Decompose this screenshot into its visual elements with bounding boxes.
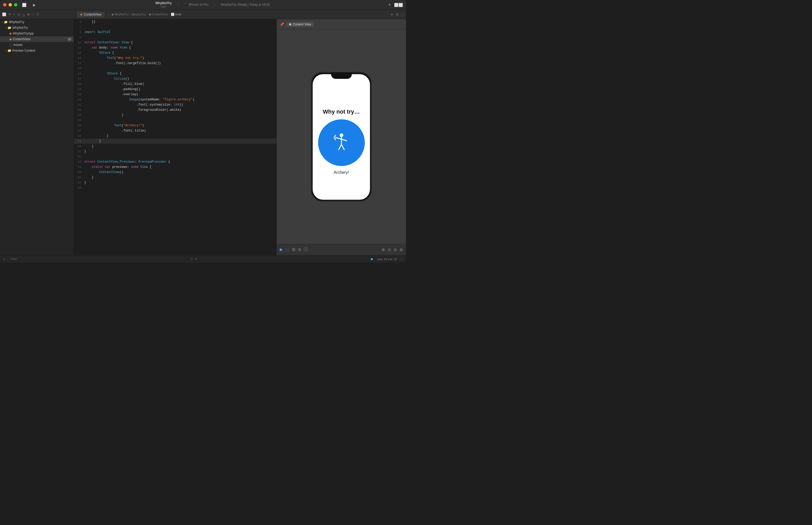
info-icon[interactable]: □ [32, 13, 34, 16]
comment-icon[interactable]: 🗨 [36, 13, 39, 16]
code-line-28: 28 } [74, 133, 276, 138]
pin-icon[interactable]: 📌 [280, 22, 284, 27]
toolbar-left: ⬜ ✕ + ⊙ △ ⊗ □ 🗨 [2, 13, 76, 16]
breadcrumb-item-2[interactable]: ◆ ContentView [149, 13, 168, 16]
preview-panel: 📌 ▣ Content View Why not try… [276, 19, 406, 255]
phone-title-text: Why not try… [323, 108, 360, 115]
swift-file-icon: ◆ [80, 13, 82, 16]
device-preview-icon[interactable]: ⬚ [286, 247, 289, 252]
color-preview-icon[interactable]: ⊜ [298, 247, 301, 252]
code-line-15: 15 [74, 66, 276, 71]
filter-icon[interactable]: ⊙ [17, 13, 20, 16]
zoom-reset-icon[interactable]: ⊗ [399, 247, 403, 252]
toolbar-right-icons: ⇔ ☰ ⬚ [391, 13, 404, 16]
chevron-down-icon: ▾ [6, 27, 7, 29]
breadcrumb-item-1[interactable]: WhyNotTry [132, 13, 146, 16]
stop-icon[interactable]: ✕ [8, 13, 11, 16]
code-line-31: 31 } [74, 149, 276, 154]
breadcrumb-item-3[interactable]: ⬜ body [171, 13, 182, 16]
warning-icon[interactable]: △ [22, 13, 25, 16]
device-selector[interactable]: 📱 iPhone 14 Pro [184, 3, 209, 6]
info-preview-icon[interactable]: ⓘ [304, 247, 308, 252]
breadcrumb-forward[interactable]: › [110, 13, 111, 16]
file-tab-contentview[interactable]: ◆ ContentView [77, 12, 105, 17]
breadcrumb-item-0[interactable]: ◆ WhyNotTry [111, 13, 128, 16]
assets-icon: ⬚ [9, 43, 12, 47]
code-line-36: 36 } [74, 175, 276, 180]
sidebar-item-app[interactable]: ◆ WhyNotTryApp [0, 31, 74, 36]
sidebar-label-assets: Assets [13, 43, 22, 47]
editor-settings-icon[interactable]: ⬚ [400, 257, 403, 261]
folder-icon: 📁 [7, 49, 11, 52]
sidebar-item-whynottry[interactable]: ▾ 📁 WhyNotTry [0, 25, 74, 31]
preview-bottom-bar: ▶ ⬚ ⊞ ⊜ ⓘ ⊕ ⊙ ⊖ ⊗ [277, 244, 406, 255]
breadcrumb-back[interactable]: ‹ [108, 13, 109, 16]
svg-line-6 [339, 145, 341, 150]
chevron-right-icon: ▸ [6, 49, 7, 52]
code-editor[interactable]: 6 }} 7 8 import SwiftUI 9 10 struct Cont… [74, 19, 276, 255]
maximize-button[interactable] [14, 3, 17, 6]
filter-label: ⬚ Filter [7, 257, 17, 261]
code-line-8: 8 import SwiftUI [74, 30, 276, 35]
code-line-32: 32 [74, 154, 276, 159]
grid-preview-icon[interactable]: ⊞ [292, 247, 295, 252]
play-preview-icon[interactable]: ▶ [280, 247, 283, 252]
minimize-button[interactable] [9, 3, 12, 6]
code-line-24: 24 ) [74, 112, 276, 118]
sidebar-toggle-icon[interactable]: ⬜ [22, 3, 27, 7]
code-line-30: 30 } [74, 144, 276, 149]
phone-screen: Why not try… [313, 74, 370, 200]
svg-line-7 [341, 145, 344, 150]
sidebar-item-whynottry-root[interactable]: ▾ 📁 WhyNotTry [0, 19, 74, 25]
zoom-in-icon[interactable]: ⊕ [382, 247, 385, 252]
content-view-button[interactable]: ▣ Content View [286, 22, 314, 27]
code-line-22: 22 .font(.system(size: 144)) [74, 102, 276, 107]
code-line-26: 26 Text("Archery!") [74, 123, 276, 128]
split-editor-icon[interactable]: ⇔ [391, 13, 394, 16]
code-line-18: 18 .fill(.blue) [74, 81, 276, 87]
preview-controls-left: ▶ ⬚ ⊞ ⊜ ⓘ [280, 247, 308, 252]
code-line-34: 34 static var previews: some View { [74, 164, 276, 170]
main-layout: ▾ 📁 WhyNotTry ▾ 📁 WhyNotTry ◆ WhyNotTryA… [0, 19, 406, 255]
canvas-icon[interactable]: ⬚ [401, 13, 404, 16]
code-line-10: 10 struct ContentView: View { [74, 40, 276, 45]
run-button[interactable]: ▶ [32, 2, 37, 7]
traffic-lights [3, 3, 17, 6]
sidebar-item-assets[interactable]: ⬚ Assets [0, 42, 74, 48]
editor-options-icon[interactable]: ☰ [396, 13, 399, 16]
add-button[interactable]: + [388, 2, 391, 7]
sidebar-label-preview-content: Preview Content [13, 49, 35, 52]
close-button[interactable] [3, 3, 6, 6]
sidebar-item-contentview[interactable]: ◆ ContentView M [0, 36, 74, 42]
phone-mockup: Why not try… [311, 72, 372, 201]
zoom-out-icon[interactable]: ⊖ [394, 247, 397, 252]
code-line-29: 29 } [74, 138, 276, 144]
add-file-status[interactable]: + [3, 257, 5, 261]
svg-point-0 [339, 133, 343, 137]
zoom-fit-icon[interactable]: ⊙ [387, 247, 391, 252]
clock-icon: ⏱ [190, 258, 193, 261]
add-file-icon[interactable]: + [13, 13, 15, 16]
code-line-20: 20 .overlay( [74, 92, 276, 97]
code-line-21: 21 Image(systemName: "figure.archery") [74, 97, 276, 102]
phone-subtitle-text: Archery! [334, 170, 349, 175]
code-line-7: 7 [74, 25, 276, 30]
statusbar-right: Line: 29 Col: 10 ⬚ [371, 257, 403, 261]
archer-svg [330, 131, 353, 154]
sidebar-label-contentview: ContentView [13, 38, 30, 41]
swift-icon: ◆ [9, 32, 12, 35]
code-line-35: 35 ContentView() [74, 170, 276, 175]
phone-notch [331, 73, 352, 79]
navigator-icon[interactable]: ⬜ [2, 13, 6, 16]
build-status: WhyNotTry: Ready | Today at 18:52 [220, 3, 270, 6]
swift-icon: ◆ [9, 38, 12, 41]
code-line-17: 17 Circle() [74, 76, 276, 81]
toolbar: ⬜ ✕ + ⊙ △ ⊗ □ 🗨 ◆ ContentView ‹ › ◆ WhyN… [0, 10, 406, 19]
sidebar-item-preview-content[interactable]: ▸ 📁 Preview Content [0, 48, 74, 54]
chevron-down-icon: ▾ [2, 21, 3, 23]
code-line-12: 12 VStack { [74, 50, 276, 56]
split-view-icon[interactable]: ⬜⬜ [394, 3, 403, 7]
folder-icon: 📁 [7, 26, 11, 30]
sidebar-label-whynottry: WhyNotTry [13, 26, 28, 30]
error-icon[interactable]: ⊗ [27, 13, 30, 16]
